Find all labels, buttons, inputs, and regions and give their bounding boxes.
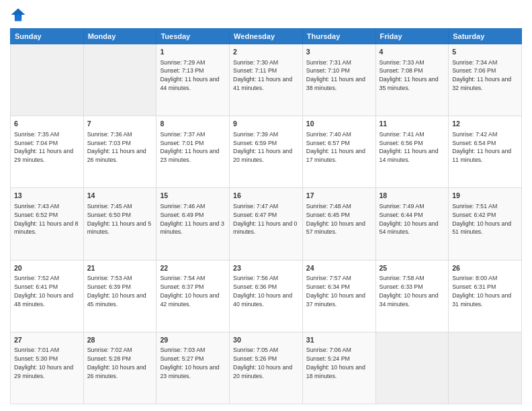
calendar-cell: 10Sunrise: 7:40 AM Sunset: 6:57 PM Dayli… xyxy=(302,116,375,188)
calendar-cell xyxy=(11,44,84,116)
calendar-cell: 17Sunrise: 7:48 AM Sunset: 6:45 PM Dayli… xyxy=(302,188,375,260)
logo-icon xyxy=(10,7,26,23)
day-info: Sunrise: 7:02 AM Sunset: 5:28 PM Dayligh… xyxy=(87,346,153,380)
day-number: 5 xyxy=(452,47,518,57)
day-number: 30 xyxy=(233,335,299,345)
calendar-cell: 25Sunrise: 7:58 AM Sunset: 6:33 PM Dayli… xyxy=(375,260,449,332)
day-number: 28 xyxy=(87,335,153,345)
day-number: 26 xyxy=(452,263,518,273)
day-info: Sunrise: 7:46 AM Sunset: 6:49 PM Dayligh… xyxy=(160,202,226,236)
logo xyxy=(10,7,29,23)
calendar-header-sunday: Sunday xyxy=(11,29,84,44)
calendar-week-1: 1Sunrise: 7:29 AM Sunset: 7:13 PM Daylig… xyxy=(11,44,522,116)
day-info: Sunrise: 7:39 AM Sunset: 6:59 PM Dayligh… xyxy=(233,130,299,165)
calendar-table: SundayMondayTuesdayWednesdayThursdayFrid… xyxy=(10,28,522,404)
day-info: Sunrise: 7:57 AM Sunset: 6:34 PM Dayligh… xyxy=(306,274,372,308)
day-info: Sunrise: 7:41 AM Sunset: 6:56 PM Dayligh… xyxy=(380,130,445,165)
day-info: Sunrise: 7:35 AM Sunset: 7:04 PM Dayligh… xyxy=(14,130,80,165)
calendar-header-saturday: Saturday xyxy=(449,29,522,44)
calendar-cell xyxy=(83,44,157,116)
calendar-header-tuesday: Tuesday xyxy=(157,29,230,44)
calendar-cell: 19Sunrise: 7:51 AM Sunset: 6:42 PM Dayli… xyxy=(449,188,522,260)
day-info: Sunrise: 7:34 AM Sunset: 7:06 PM Dayligh… xyxy=(452,58,518,93)
calendar-cell: 24Sunrise: 7:57 AM Sunset: 6:34 PM Dayli… xyxy=(302,260,375,332)
calendar-cell: 9Sunrise: 7:39 AM Sunset: 6:59 PM Daylig… xyxy=(230,116,303,188)
calendar-header-monday: Monday xyxy=(83,29,157,44)
calendar-cell: 20Sunrise: 7:52 AM Sunset: 6:41 PM Dayli… xyxy=(11,260,84,332)
day-info: Sunrise: 7:40 AM Sunset: 6:57 PM Dayligh… xyxy=(306,130,372,165)
day-number: 4 xyxy=(380,47,445,57)
calendar-header-wednesday: Wednesday xyxy=(230,29,303,44)
day-number: 15 xyxy=(160,191,226,201)
calendar-cell: 29Sunrise: 7:03 AM Sunset: 5:27 PM Dayli… xyxy=(157,332,230,404)
day-info: Sunrise: 7:31 AM Sunset: 7:10 PM Dayligh… xyxy=(306,58,372,93)
day-info: Sunrise: 7:03 AM Sunset: 5:27 PM Dayligh… xyxy=(160,346,226,380)
calendar-cell: 15Sunrise: 7:46 AM Sunset: 6:49 PM Dayli… xyxy=(157,188,230,260)
day-number: 3 xyxy=(306,47,372,57)
day-info: Sunrise: 7:45 AM Sunset: 6:50 PM Dayligh… xyxy=(87,202,153,236)
calendar-cell xyxy=(449,332,522,404)
day-number: 7 xyxy=(87,119,153,129)
day-number: 18 xyxy=(380,191,445,201)
calendar-cell: 2Sunrise: 7:30 AM Sunset: 7:11 PM Daylig… xyxy=(230,44,303,116)
day-number: 6 xyxy=(14,119,80,129)
day-number: 23 xyxy=(233,263,299,273)
day-number: 2 xyxy=(233,47,299,57)
day-number: 31 xyxy=(306,335,372,345)
day-info: Sunrise: 7:06 AM Sunset: 5:24 PM Dayligh… xyxy=(306,346,372,380)
page: SundayMondayTuesdayWednesdayThursdayFrid… xyxy=(0,0,532,411)
day-info: Sunrise: 7:52 AM Sunset: 6:41 PM Dayligh… xyxy=(14,274,80,308)
calendar-header-row: SundayMondayTuesdayWednesdayThursdayFrid… xyxy=(11,29,522,44)
calendar-cell: 5Sunrise: 7:34 AM Sunset: 7:06 PM Daylig… xyxy=(449,44,522,116)
day-number: 14 xyxy=(87,191,153,201)
day-info: Sunrise: 7:05 AM Sunset: 5:26 PM Dayligh… xyxy=(233,346,299,380)
day-info: Sunrise: 7:47 AM Sunset: 6:47 PM Dayligh… xyxy=(233,202,299,236)
day-number: 24 xyxy=(306,263,372,273)
calendar-cell: 8Sunrise: 7:37 AM Sunset: 7:01 PM Daylig… xyxy=(157,116,230,188)
calendar-cell: 3Sunrise: 7:31 AM Sunset: 7:10 PM Daylig… xyxy=(302,44,375,116)
calendar-week-5: 27Sunrise: 7:01 AM Sunset: 5:30 PM Dayli… xyxy=(11,332,522,404)
day-info: Sunrise: 7:42 AM Sunset: 6:54 PM Dayligh… xyxy=(452,130,518,165)
calendar-cell: 27Sunrise: 7:01 AM Sunset: 5:30 PM Dayli… xyxy=(11,332,84,404)
day-number: 22 xyxy=(160,263,226,273)
day-info: Sunrise: 7:29 AM Sunset: 7:13 PM Dayligh… xyxy=(160,58,226,93)
calendar-cell: 28Sunrise: 7:02 AM Sunset: 5:28 PM Dayli… xyxy=(83,332,157,404)
day-number: 9 xyxy=(233,119,299,129)
day-number: 20 xyxy=(14,263,80,273)
day-info: Sunrise: 7:37 AM Sunset: 7:01 PM Dayligh… xyxy=(160,130,226,165)
day-number: 8 xyxy=(160,119,226,129)
day-info: Sunrise: 7:58 AM Sunset: 6:33 PM Dayligh… xyxy=(380,274,445,308)
calendar-cell: 13Sunrise: 7:43 AM Sunset: 6:52 PM Dayli… xyxy=(11,188,84,260)
day-number: 27 xyxy=(14,335,80,345)
day-info: Sunrise: 7:33 AM Sunset: 7:08 PM Dayligh… xyxy=(380,58,445,93)
calendar-cell: 1Sunrise: 7:29 AM Sunset: 7:13 PM Daylig… xyxy=(157,44,230,116)
calendar-cell: 7Sunrise: 7:36 AM Sunset: 7:03 PM Daylig… xyxy=(83,116,157,188)
day-info: Sunrise: 7:56 AM Sunset: 6:36 PM Dayligh… xyxy=(233,274,299,308)
calendar-week-3: 13Sunrise: 7:43 AM Sunset: 6:52 PM Dayli… xyxy=(11,188,522,260)
calendar-header-thursday: Thursday xyxy=(302,29,375,44)
calendar-cell: 12Sunrise: 7:42 AM Sunset: 6:54 PM Dayli… xyxy=(449,116,522,188)
header xyxy=(10,7,522,23)
day-number: 10 xyxy=(306,119,372,129)
day-info: Sunrise: 7:51 AM Sunset: 6:42 PM Dayligh… xyxy=(452,202,518,236)
day-info: Sunrise: 7:49 AM Sunset: 6:44 PM Dayligh… xyxy=(380,202,445,236)
day-info: Sunrise: 8:00 AM Sunset: 6:31 PM Dayligh… xyxy=(452,274,518,308)
day-number: 25 xyxy=(380,263,445,273)
calendar-cell: 26Sunrise: 8:00 AM Sunset: 6:31 PM Dayli… xyxy=(449,260,522,332)
calendar-cell: 22Sunrise: 7:54 AM Sunset: 6:37 PM Dayli… xyxy=(157,260,230,332)
day-info: Sunrise: 7:01 AM Sunset: 5:30 PM Dayligh… xyxy=(14,346,80,380)
calendar-week-4: 20Sunrise: 7:52 AM Sunset: 6:41 PM Dayli… xyxy=(11,260,522,332)
day-number: 16 xyxy=(233,191,299,201)
calendar-cell xyxy=(375,332,449,404)
day-info: Sunrise: 7:48 AM Sunset: 6:45 PM Dayligh… xyxy=(306,202,372,236)
calendar-cell: 30Sunrise: 7:05 AM Sunset: 5:26 PM Dayli… xyxy=(230,332,303,404)
day-number: 13 xyxy=(14,191,80,201)
calendar-cell: 21Sunrise: 7:53 AM Sunset: 6:39 PM Dayli… xyxy=(83,260,157,332)
day-info: Sunrise: 7:54 AM Sunset: 6:37 PM Dayligh… xyxy=(160,274,226,308)
day-number: 17 xyxy=(306,191,372,201)
calendar-cell: 31Sunrise: 7:06 AM Sunset: 5:24 PM Dayli… xyxy=(302,332,375,404)
calendar-cell: 11Sunrise: 7:41 AM Sunset: 6:56 PM Dayli… xyxy=(375,116,449,188)
day-number: 21 xyxy=(87,263,153,273)
calendar-cell: 4Sunrise: 7:33 AM Sunset: 7:08 PM Daylig… xyxy=(375,44,449,116)
day-number: 11 xyxy=(380,119,445,129)
